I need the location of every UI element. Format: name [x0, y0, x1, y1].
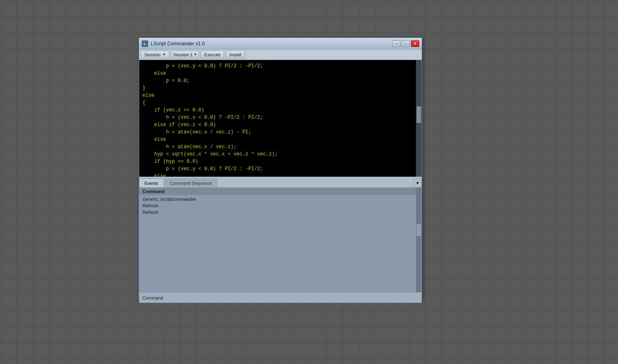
events-scrollbar[interactable] [416, 188, 422, 292]
tab-command-sequence[interactable]: Command Sequence [165, 178, 217, 187]
session1-dropdown[interactable]: Session 1 ▼ [171, 51, 199, 59]
code-scrollbar[interactable] [416, 60, 422, 177]
list-item: Generic_lscriptcommander [139, 196, 422, 202]
tab-scroll-button[interactable]: ▼ [413, 178, 422, 187]
maximize-button[interactable]: □ [402, 40, 410, 47]
toolbar: Session ▼ Session 1 ▼ Execute Install [139, 49, 422, 60]
events-scrollbar-thumb[interactable] [417, 224, 421, 236]
title-bar: L LScript Commander v1.0 — □ ✕ [139, 38, 422, 49]
session-dropdown-arrow: ▼ [162, 53, 166, 56]
events-header: Command [139, 188, 422, 195]
window-title: LScript Commander v1.0 [151, 41, 205, 47]
main-window: L LScript Commander v1.0 — □ ✕ Session ▼… [139, 38, 422, 300]
execute-button[interactable]: Execute [200, 51, 224, 59]
session1-dropdown-arrow: ▼ [193, 53, 197, 56]
command-label: Command [142, 295, 163, 300]
tabs-area: Events Command Sequence ▼ [139, 177, 422, 188]
list-item: Refresh [139, 202, 422, 209]
close-button[interactable]: ✕ [411, 40, 419, 47]
code-editor[interactable]: p = (vec.y < 0.0) ? PI/2 : -PI/2; else p… [139, 60, 422, 177]
app-icon: L [142, 40, 148, 47]
code-scrollbar-thumb[interactable] [417, 107, 421, 123]
session-dropdown-button[interactable]: Session ▼ [141, 51, 169, 59]
events-panel: Command Generic_lscriptcommander Refresh… [139, 188, 422, 292]
list-item: Refresh [139, 209, 422, 215]
events-list: Generic_lscriptcommander Refresh Refresh [139, 195, 422, 216]
command-bar: Command [139, 292, 422, 303]
title-controls: — □ ✕ [392, 40, 419, 47]
code-content: p = (vec.y < 0.0) ? PI/2 : -PI/2; else p… [142, 62, 413, 177]
title-bar-left: L LScript Commander v1.0 [142, 40, 205, 47]
tab-events[interactable]: Events [139, 178, 164, 187]
minimize-button[interactable]: — [392, 40, 400, 47]
install-button[interactable]: Install [226, 51, 245, 59]
